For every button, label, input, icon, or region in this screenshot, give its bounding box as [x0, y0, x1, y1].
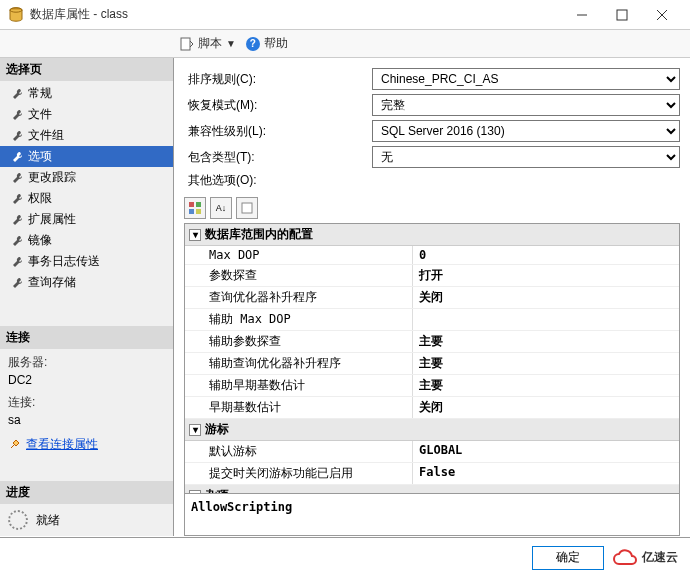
- category-label: 数据库范围内的配置: [205, 226, 313, 243]
- window-title: 数据库属性 - class: [30, 6, 562, 23]
- spinner-icon: [8, 510, 28, 530]
- dialog-footer: 确定 亿速云: [0, 537, 690, 577]
- connection-info: 服务器: DC2 连接: sa 查看连接属性: [0, 349, 173, 457]
- prop-name: 提交时关闭游标功能已启用: [185, 463, 413, 484]
- view-conn-props[interactable]: 查看连接属性: [8, 435, 165, 453]
- svg-rect-11: [242, 203, 252, 213]
- properties-button[interactable]: [236, 197, 258, 219]
- conn-label: 连接:: [8, 393, 165, 411]
- category-label: 杂项: [205, 487, 229, 494]
- help-button[interactable]: ? 帮助: [246, 35, 288, 52]
- wrench-icon: [12, 256, 24, 268]
- other-options-label: 其他选项(O):: [184, 172, 372, 189]
- sidebar-item-files[interactable]: 文件: [0, 104, 173, 125]
- collapse-icon[interactable]: ▾: [189, 424, 201, 436]
- prop-row[interactable]: 提交时关闭游标功能已启用False: [185, 463, 679, 485]
- compat-select[interactable]: SQL Server 2016 (130): [372, 120, 680, 142]
- sidebar-item-label: 权限: [28, 190, 52, 207]
- prop-value[interactable]: 关闭: [413, 287, 679, 308]
- prop-row[interactable]: 辅助参数探查主要: [185, 331, 679, 353]
- sidebar-item-log-shipping[interactable]: 事务日志传送: [0, 251, 173, 272]
- recovery-select[interactable]: 完整: [372, 94, 680, 116]
- category-cursor[interactable]: ▾游标: [185, 419, 679, 441]
- prop-value[interactable]: 0: [413, 246, 679, 264]
- sidebar-item-options[interactable]: 选项: [0, 146, 173, 167]
- sidebar-item-ext-props[interactable]: 扩展属性: [0, 209, 173, 230]
- close-button[interactable]: [642, 1, 682, 29]
- property-grid[interactable]: ▾数据库范围内的配置 Max DOP0 参数探查打开 查询优化器补升程序关闭 辅…: [184, 223, 680, 494]
- prop-row[interactable]: 辅助 Max DOP: [185, 309, 679, 331]
- wrench-icon: [12, 88, 24, 100]
- sidebar-item-filegroups[interactable]: 文件组: [0, 125, 173, 146]
- sidebar-item-label: 镜像: [28, 232, 52, 249]
- sidebar-item-change-tracking[interactable]: 更改跟踪: [0, 167, 173, 188]
- prop-row[interactable]: Max DOP0: [185, 246, 679, 265]
- svg-rect-9: [189, 209, 194, 214]
- sidebar-item-label: 事务日志传送: [28, 253, 100, 270]
- prop-name: 辅助参数探查: [185, 331, 413, 352]
- server-label: 服务器:: [8, 353, 165, 371]
- containment-row: 包含类型(T): 无: [184, 146, 680, 168]
- script-dropdown[interactable]: 脚本 ▼: [180, 35, 236, 52]
- prop-value[interactable]: [413, 309, 679, 330]
- prop-value[interactable]: 主要: [413, 331, 679, 352]
- conn-value: sa: [8, 411, 165, 429]
- other-options-row: 其他选项(O):: [184, 172, 680, 189]
- collapse-icon[interactable]: ▾: [189, 229, 201, 241]
- prop-name: Max DOP: [185, 246, 413, 264]
- category-scoped-config[interactable]: ▾数据库范围内的配置: [185, 224, 679, 246]
- ok-button[interactable]: 确定: [532, 546, 604, 570]
- prop-value[interactable]: GLOBAL: [413, 441, 679, 462]
- progress-status: 就绪: [36, 512, 60, 529]
- prop-name: 早期基数估计: [185, 397, 413, 418]
- prop-name: 辅助早期基数估计: [185, 375, 413, 396]
- view-conn-link: 查看连接属性: [26, 435, 98, 453]
- containment-select[interactable]: 无: [372, 146, 680, 168]
- minimize-button[interactable]: [562, 1, 602, 29]
- prop-row[interactable]: 辅助早期基数估计主要: [185, 375, 679, 397]
- svg-rect-7: [189, 202, 194, 207]
- sidebar-item-label: 文件组: [28, 127, 64, 144]
- prop-row[interactable]: 查询优化器补升程序关闭: [185, 287, 679, 309]
- brand-text: 亿速云: [642, 549, 678, 566]
- categorized-button[interactable]: [184, 197, 206, 219]
- sidebar-item-label: 选项: [28, 148, 52, 165]
- alphabetical-button[interactable]: A↓: [210, 197, 232, 219]
- prop-name: 辅助 Max DOP: [185, 309, 413, 330]
- prop-value[interactable]: 主要: [413, 375, 679, 396]
- prop-value[interactable]: False: [413, 463, 679, 484]
- svg-rect-3: [617, 10, 627, 20]
- categorized-icon: [188, 201, 202, 215]
- compat-row: 兼容性级别(L): SQL Server 2016 (130): [184, 120, 680, 142]
- prop-name: 默认游标: [185, 441, 413, 462]
- sidebar: 选择页 常规 文件 文件组 选项 更改跟踪 权限 扩展属性 镜像 事务日志传送 …: [0, 58, 174, 536]
- sidebar-item-label: 查询存储: [28, 274, 76, 291]
- main-area: 选择页 常规 文件 文件组 选项 更改跟踪 权限 扩展属性 镜像 事务日志传送 …: [0, 58, 690, 536]
- connection-header: 连接: [0, 326, 173, 349]
- help-label: 帮助: [264, 35, 288, 52]
- wrench-icon: [12, 109, 24, 121]
- prop-value[interactable]: 打开: [413, 265, 679, 286]
- sidebar-item-mirroring[interactable]: 镜像: [0, 230, 173, 251]
- prop-row[interactable]: 早期基数估计关闭: [185, 397, 679, 419]
- compat-label: 兼容性级别(L):: [184, 123, 372, 140]
- svg-rect-10: [196, 209, 201, 214]
- sidebar-item-permissions[interactable]: 权限: [0, 188, 173, 209]
- database-icon: [8, 7, 24, 23]
- collation-label: 排序规则(C):: [184, 71, 372, 88]
- sidebar-item-general[interactable]: 常规: [0, 83, 173, 104]
- maximize-button[interactable]: [602, 1, 642, 29]
- category-misc[interactable]: ▾杂项: [185, 485, 679, 494]
- svg-rect-8: [196, 202, 201, 207]
- wrench-icon: [12, 214, 24, 226]
- category-label: 游标: [205, 421, 229, 438]
- prop-value[interactable]: 主要: [413, 353, 679, 374]
- prop-row[interactable]: 参数探查打开: [185, 265, 679, 287]
- svg-rect-6: [181, 38, 190, 50]
- sidebar-item-query-store[interactable]: 查询存储: [0, 272, 173, 293]
- prop-value[interactable]: 关闭: [413, 397, 679, 418]
- prop-row[interactable]: 辅助查询优化器补升程序主要: [185, 353, 679, 375]
- wrench-icon: [12, 172, 24, 184]
- prop-row[interactable]: 默认游标GLOBAL: [185, 441, 679, 463]
- collation-select[interactable]: Chinese_PRC_CI_AS: [372, 68, 680, 90]
